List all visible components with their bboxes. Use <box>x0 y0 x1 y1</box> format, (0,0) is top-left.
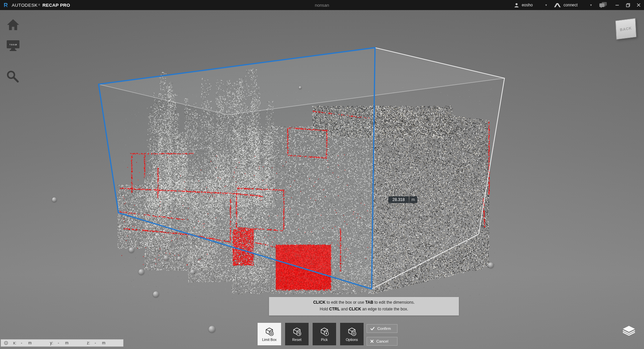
home-button[interactable] <box>6 18 20 32</box>
minimize-icon <box>615 3 619 7</box>
confirm-cancel-group: Confirm Cancel <box>367 324 397 346</box>
viewport[interactable]: 7.0.0.18 BACK 28.318 m CLICK to edit the… <box>0 10 644 349</box>
tool-label: Limit Box <box>262 338 276 342</box>
confirm-button[interactable]: Confirm <box>367 324 397 333</box>
confirm-label: Confirm <box>377 327 391 331</box>
coord-y-label: y: <box>50 341 53 345</box>
coord-x-label: x: <box>13 341 16 345</box>
connect-label: connect <box>564 3 578 7</box>
hint-text: to edit the box or use <box>325 300 365 305</box>
user-menu[interactable]: eosho ▼ <box>511 0 551 10</box>
coord-x: x: - m <box>13 341 45 345</box>
dimension-label[interactable]: 28.318 m <box>388 196 417 203</box>
reset-button[interactable]: Reset <box>285 323 309 345</box>
layers-button[interactable] <box>623 326 635 337</box>
brand-product: RECAP PRO <box>42 3 70 8</box>
home-icon <box>6 18 20 31</box>
scan-location-sphere[interactable] <box>153 291 159 297</box>
coord-y-unit: m <box>65 341 68 345</box>
scan-location-sphere[interactable] <box>299 86 302 89</box>
scan-location-sphere[interactable] <box>139 269 144 275</box>
search-icon <box>6 70 19 83</box>
hint-bold: CLICK <box>313 300 326 305</box>
hint-bold: CTRL <box>329 307 340 311</box>
limit-box-cube-icon <box>265 327 274 336</box>
minimize-button[interactable] <box>612 0 623 10</box>
scan-location-sphere[interactable] <box>129 247 134 253</box>
scan-location-sphere[interactable] <box>52 197 57 202</box>
scan-location-sphere[interactable] <box>209 326 215 333</box>
dimension-unit: m <box>409 196 417 203</box>
svg-text:R: R <box>4 2 8 8</box>
limit-box-button[interactable]: Limit Box <box>258 323 281 345</box>
recap-window: { "titlebar": { "autodesk": "AUTODESK", … <box>0 0 644 349</box>
feedback-button[interactable] <box>596 0 612 10</box>
tool-label: Pick <box>321 338 328 342</box>
titlebar: R AUTODESK® RECAP PRO nonsan eosho ▼ con… <box>0 0 644 10</box>
coord-y: y: - m <box>50 341 82 345</box>
restore-button[interactable] <box>623 0 633 10</box>
coord-x-unit: m <box>28 341 32 345</box>
registered-mark: ® <box>38 2 40 6</box>
scan-location-sphere[interactable] <box>177 256 181 261</box>
view-cube-face-label: BACK <box>620 26 632 32</box>
chevron-down-icon: ▼ <box>545 4 547 7</box>
monitor-icon: 7.0.0.18 <box>6 40 20 52</box>
scan-location-sphere[interactable] <box>268 176 272 180</box>
hint-text: and <box>340 307 349 311</box>
brand-autodesk: AUTODESK <box>12 3 38 8</box>
brand: R AUTODESK® RECAP PRO <box>0 2 70 8</box>
version-text: 7.0.0.18 <box>9 43 17 46</box>
coord-z: z: - m <box>87 341 119 345</box>
hint-line-2: Hold CTRL and CLICK an edge to rotate th… <box>269 306 459 313</box>
scan-location-sphere[interactable] <box>190 269 195 275</box>
coord-y-value: - <box>58 341 59 345</box>
options-cube-icon <box>347 327 357 336</box>
recap-logo-icon: R <box>3 2 9 8</box>
coord-z-value: - <box>95 341 96 345</box>
view-cube[interactable]: BACK <box>615 18 636 39</box>
scan-location-sphere[interactable] <box>164 255 169 260</box>
feedback-chat-icon <box>599 2 607 8</box>
coord-z-unit: m <box>102 341 105 345</box>
tool-label: Reset <box>292 338 301 342</box>
cancel-x-icon <box>370 340 374 343</box>
hint-text: an edge to rotate the box. <box>361 307 408 311</box>
display-version-button[interactable]: 7.0.0.18 <box>6 40 20 53</box>
autodesk-mark-icon <box>554 3 561 7</box>
cancel-button[interactable]: Cancel <box>367 337 397 346</box>
close-button[interactable] <box>633 0 644 10</box>
hint-tooltip: CLICK to edit the box or use TAB to edit… <box>269 297 459 315</box>
coordinate-statusbar: x: - m y: - m z: - m <box>1 339 123 347</box>
hint-line-1: CLICK to edit the box or use TAB to edit… <box>269 299 459 306</box>
user-name: eosho <box>522 3 533 7</box>
hint-text: Hold <box>320 307 329 311</box>
reset-cube-icon <box>292 327 302 336</box>
hint-text: to edit the dimensions. <box>373 300 415 305</box>
options-button[interactable]: Options <box>340 323 364 345</box>
layers-icon <box>623 326 635 336</box>
hint-bold: TAB <box>365 300 373 305</box>
limit-box-toolbar: Limit Box Reset Pick <box>258 323 364 345</box>
restore-icon <box>626 3 630 7</box>
coord-x-value: - <box>21 341 22 345</box>
tool-label: Options <box>346 338 358 342</box>
scan-location-sphere[interactable] <box>488 262 494 268</box>
search-button[interactable] <box>6 70 19 85</box>
titlebar-right: eosho ▼ connect ▼ <box>511 0 644 10</box>
origin-target-icon <box>4 341 8 345</box>
coord-z-label: z: <box>87 341 90 345</box>
pick-button[interactable]: Pick <box>313 323 336 345</box>
close-icon <box>637 3 641 7</box>
cancel-label: Cancel <box>376 339 388 343</box>
chevron-down-icon: ▼ <box>590 4 592 7</box>
connect-menu[interactable]: connect ▼ <box>551 0 596 10</box>
pick-cube-icon <box>320 327 329 336</box>
window-controls <box>612 0 644 10</box>
check-icon <box>370 327 375 331</box>
dimension-value[interactable]: 28.318 <box>388 196 409 203</box>
user-icon <box>514 3 519 8</box>
hint-bold: CLICK <box>349 307 361 311</box>
